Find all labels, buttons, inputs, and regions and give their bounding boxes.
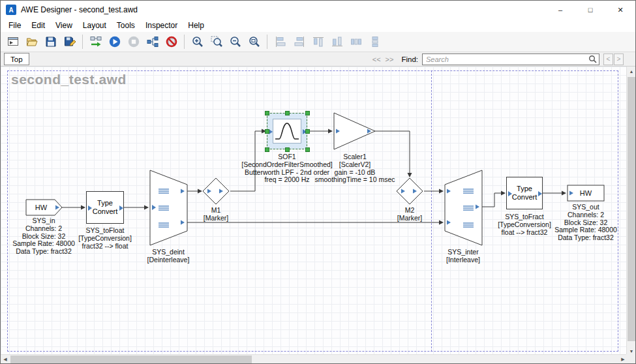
wire-inter-tofract	[482, 193, 502, 207]
block-sys-tofract[interactable]: Type Convert	[506, 177, 543, 209]
output-pin[interactable]	[538, 191, 542, 196]
selection-handle[interactable]	[285, 111, 290, 115]
sys-out-caption: SYS_outChannels: 2 Block Size: 32Sample …	[547, 204, 625, 242]
stop-button[interactable]	[125, 33, 142, 50]
open-icon	[25, 35, 38, 48]
zoom-fit-button[interactable]	[245, 33, 263, 50]
menu-inspector[interactable]: Inspector	[140, 20, 183, 31]
selection-handle[interactable]	[305, 111, 310, 115]
marker-shape	[203, 178, 229, 204]
close-button[interactable]: ✕	[605, 1, 635, 19]
selection-handle[interactable]	[265, 111, 269, 115]
scroll-up-icon[interactable]: ▲	[627, 67, 636, 76]
block-sys-inter[interactable]	[444, 170, 483, 246]
menu-view[interactable]: View	[50, 20, 78, 31]
align-top-button[interactable]	[309, 33, 327, 50]
save-as-icon	[63, 35, 76, 48]
input-pin[interactable]	[508, 191, 512, 196]
menubar: File Edit View Layout Tools Inspector He…	[1, 19, 635, 32]
selection-handle[interactable]	[265, 147, 269, 152]
input-pin[interactable]	[88, 205, 92, 211]
maximize-button[interactable]: □	[575, 1, 605, 19]
new-design-button[interactable]	[4, 33, 22, 50]
stop-icon	[127, 35, 140, 48]
save-icon	[44, 35, 57, 48]
align-left-icon	[274, 35, 287, 48]
search-input[interactable]	[422, 53, 599, 65]
titlebar: A AWE Designer - second_test.awd – □ ✕	[1, 1, 635, 19]
selection-handle[interactable]	[305, 147, 310, 152]
block-label: HW	[567, 189, 605, 197]
menu-tools[interactable]: Tools	[112, 20, 140, 31]
block-label: Convert	[512, 193, 538, 202]
find-prev-button[interactable]: <	[603, 53, 613, 65]
toolbar	[1, 32, 635, 52]
block-sys-tofloat[interactable]: Type Convert	[86, 191, 124, 224]
distribute-horizontal-icon	[350, 35, 363, 48]
nav-forward-button[interactable]: >>	[384, 55, 395, 63]
align-bottom-button[interactable]	[328, 33, 346, 50]
menu-edit[interactable]: Edit	[26, 20, 50, 31]
propagate-changes-icon	[89, 35, 102, 48]
find-next-button[interactable]: >	[614, 53, 624, 65]
vertical-scrollbar[interactable]: ▲ ▼	[626, 67, 635, 356]
menu-file[interactable]: File	[3, 20, 26, 31]
find-nav: < >	[603, 53, 624, 65]
nav-back-button[interactable]: <<	[371, 55, 382, 63]
distribute-horizontal-button[interactable]	[347, 33, 365, 50]
search-box	[422, 53, 599, 65]
sys-deint-caption: SYS_deint[Deinterleave]	[130, 249, 206, 264]
profile-button[interactable]	[144, 33, 161, 50]
halt-target-button[interactable]	[162, 33, 180, 50]
save-button[interactable]	[42, 33, 59, 50]
block-m2[interactable]	[395, 177, 424, 205]
block-m1[interactable]	[202, 177, 230, 205]
selection-handle[interactable]	[285, 147, 290, 152]
scaler1-caption: Scaler1[ScalerV2] gain = -10 dBsmoothing…	[306, 153, 404, 184]
block-sys-in[interactable]: HW	[25, 199, 63, 216]
align-right-icon	[293, 35, 306, 48]
scroll-left-icon[interactable]: ◀	[1, 355, 10, 364]
align-top-icon	[312, 35, 325, 48]
new-design-icon	[7, 35, 20, 48]
zoom-selection-icon	[210, 35, 223, 48]
search-icon[interactable]	[588, 55, 597, 63]
zoom-out-button[interactable]	[226, 33, 244, 50]
tab-top[interactable]: Top	[4, 53, 29, 65]
menu-help[interactable]: Help	[183, 20, 209, 31]
scrollbar-corner	[626, 354, 635, 363]
horizontal-scroll-thumb[interactable]	[10, 356, 252, 363]
output-pin[interactable]	[119, 205, 123, 211]
zoom-in-button[interactable]	[189, 33, 206, 50]
block-sys-deint[interactable]	[149, 170, 188, 246]
distribute-vertical-button[interactable]	[366, 33, 384, 50]
vertical-scroll-thumb[interactable]	[628, 77, 635, 341]
app-icon: A	[6, 5, 16, 15]
sys-tofloat-caption: SYS_toFloat[TypeConversion] fract32 --> …	[68, 227, 142, 250]
block-label: HW	[22, 204, 60, 211]
block-sof1[interactable]	[267, 113, 307, 149]
propagate-changes-button[interactable]	[87, 33, 104, 50]
minimize-button[interactable]: –	[545, 1, 575, 19]
m1-caption: M1[Marker]	[187, 207, 245, 222]
block-scaler1[interactable]	[333, 112, 376, 150]
selection-handle[interactable]	[305, 129, 310, 134]
menu-layout[interactable]: Layout	[78, 20, 112, 31]
align-right-button[interactable]	[290, 33, 308, 50]
block-sys-out[interactable]: HW	[567, 185, 605, 202]
find-label: Find:	[401, 55, 418, 63]
tabrow: Top << >> Find: < >	[1, 52, 635, 67]
m2-caption: M2[Marker]	[380, 207, 439, 222]
halt-target-icon	[165, 35, 178, 48]
zoom-in-icon	[191, 35, 204, 48]
save-as-button[interactable]	[61, 33, 78, 50]
design-canvas[interactable]: second_test.awd	[1, 67, 628, 356]
align-left-button[interactable]	[271, 33, 289, 50]
zoom-selection-button[interactable]	[207, 33, 225, 50]
selection-handle[interactable]	[265, 129, 269, 134]
sys-inter-caption: SYS_inter[Interleave]	[425, 249, 501, 264]
horizontal-scrollbar[interactable]: ◀ ▶	[1, 354, 628, 363]
run-button[interactable]	[106, 33, 123, 50]
open-button[interactable]	[23, 33, 40, 50]
toolbar-separator	[267, 35, 267, 49]
